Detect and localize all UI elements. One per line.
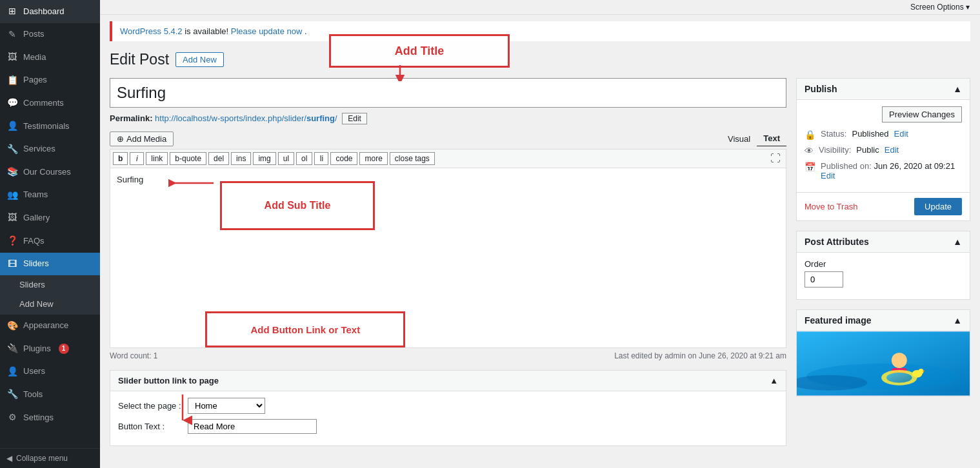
calendar-icon: 📅 <box>805 162 815 172</box>
sidebar-item-label: Posts <box>23 28 45 40</box>
sidebar-item-sliders-list[interactable]: Sliders <box>0 275 100 295</box>
fmt-link[interactable]: link <box>146 152 168 165</box>
post-attributes-content: Order <box>797 253 970 299</box>
fmt-bquote[interactable]: b-quote <box>170 152 206 165</box>
published-value: Jun 26, 2020 at 09:21 <box>874 161 955 171</box>
fmt-code[interactable]: code <box>330 152 357 165</box>
word-count-text: Word count: 1 <box>110 351 158 360</box>
collapse-menu-label: Collapse menu <box>16 454 68 463</box>
notice-middle-text: is available! <box>185 26 231 36</box>
publish-title: Publish <box>805 84 837 94</box>
preview-changes-button[interactable]: Preview Changes <box>882 106 962 122</box>
sidebar-item-comments[interactable]: 💬 Comments <box>0 92 100 115</box>
add-new-button[interactable]: Add New <box>175 52 224 67</box>
sidebar-item-dashboard[interactable]: ⊞ Dashboard <box>0 0 100 23</box>
move-to-trash-link[interactable]: Move to Trash <box>805 202 857 211</box>
sidebar-item-label: Gallery <box>23 212 50 224</box>
slider-section-collapse-icon: ▲ <box>770 376 778 385</box>
fmt-italic[interactable]: i <box>130 152 144 165</box>
sidebar-item-label: Settings <box>23 412 54 424</box>
permalink-edit-button[interactable]: Edit <box>342 113 367 124</box>
sidebar-item-label: Dashboard <box>23 6 65 17</box>
select-page-dropdown[interactable]: Home <box>188 398 265 414</box>
publish-footer: Move to Trash Update <box>797 192 970 220</box>
sidebar-item-gallery[interactable]: 🖼 Gallery <box>0 206 100 229</box>
sidebar-item-appearance[interactable]: 🎨 Appearance <box>0 315 100 338</box>
featured-image-preview[interactable] <box>797 331 970 396</box>
screen-options-label: Screen Options ▾ <box>910 3 970 12</box>
users-icon: 👤 <box>6 366 18 378</box>
collapse-arrow-icon: ◀ <box>6 454 12 463</box>
post-attributes-header: Post Attributes ▲ <box>797 231 970 253</box>
publish-box-header: Publish ▲ <box>797 79 970 100</box>
tab-visual[interactable]: Visual <box>721 131 757 146</box>
slider-section-header[interactable]: Slider button link to page ▲ <box>110 371 786 391</box>
fmt-bold[interactable]: b <box>113 152 128 165</box>
editor-content: Surfing <box>117 175 779 184</box>
add-sub-title-annotation: Add Sub Title <box>220 181 375 230</box>
fmt-img[interactable]: img <box>253 152 275 165</box>
sidebar-item-label: Users <box>23 366 45 377</box>
editor-area[interactable]: Surfing Add Sub Title <box>110 168 786 348</box>
sidebar-item-faqs[interactable]: ❓ FAQs <box>0 229 100 253</box>
post-title-input[interactable] <box>110 78 786 108</box>
select-page-label: Select the page : <box>118 401 183 411</box>
svg-point-6 <box>892 353 907 368</box>
faqs-icon: ❓ <box>6 235 18 248</box>
button-text-row: Button Text : <box>118 419 778 434</box>
fmt-more[interactable]: more <box>359 152 387 165</box>
status-icon: 🔒 <box>805 130 815 140</box>
sliders-icon: 🎞 <box>6 258 18 271</box>
update-now-link[interactable]: Please update now <box>231 26 303 36</box>
update-button[interactable]: Update <box>914 198 962 215</box>
sidebar-item-label: Sliders <box>23 258 49 269</box>
status-label: Status: <box>821 129 846 139</box>
sliders-add-new-label: Add New <box>19 298 54 310</box>
permalink-row: Permalink: http://localhost/w-sports/ind… <box>110 113 786 124</box>
order-label: Order <box>805 259 962 269</box>
sidebar-item-label: Comments <box>23 97 64 109</box>
collapse-menu[interactable]: ◀ Collapse menu <box>0 448 100 468</box>
sliders-list-label: Sliders <box>19 279 45 291</box>
sidebar-item-services[interactable]: 🔧 Services <box>0 138 100 161</box>
add-media-button[interactable]: ⊕ Add Media <box>110 132 174 146</box>
sidebar-item-tools[interactable]: 🔧 Tools <box>0 383 100 406</box>
order-input[interactable] <box>805 271 843 288</box>
fmt-close-tags[interactable]: close tags <box>390 152 435 165</box>
button-text-input[interactable] <box>188 419 317 434</box>
fmt-ul[interactable]: ul <box>278 152 294 165</box>
sidebar-item-sliders-add-new[interactable]: Add New <box>0 295 100 314</box>
fmt-ol[interactable]: ol <box>296 152 312 165</box>
fmt-li[interactable]: li <box>314 152 328 165</box>
select-page-row: Select the page : Home <box>118 398 778 414</box>
publish-collapse-icon: ▲ <box>953 84 962 94</box>
media-icon: 🖼 <box>6 51 18 64</box>
screen-options-button[interactable]: Screen Options ▾ <box>906 1 974 13</box>
fmt-ins[interactable]: ins <box>231 152 251 165</box>
fmt-del[interactable]: del <box>208 152 229 165</box>
sidebar-item-sliders[interactable]: 🎞 Sliders <box>0 253 100 276</box>
sidebar-item-pages[interactable]: 📋 Pages <box>0 69 100 92</box>
sliders-submenu: Sliders Add New <box>0 275 100 314</box>
fmt-expand-button[interactable]: ⛶ <box>768 153 783 164</box>
status-edit-link[interactable]: Edit <box>894 129 908 139</box>
visibility-edit-link[interactable]: Edit <box>885 145 899 155</box>
sidebar-item-plugins[interactable]: 🔌 Plugins 1 <box>0 337 100 360</box>
published-edit-link[interactable]: Edit <box>821 171 835 180</box>
sidebar: ⊞ Dashboard ✎ Posts 🖼 Media 📋 Pages 💬 Co… <box>0 0 100 468</box>
editor-main: Add Title Permalink: http://localhost/w-… <box>110 78 786 453</box>
tab-text[interactable]: Text <box>757 131 786 146</box>
permalink-url[interactable]: http://localhost/w-sports/index.php/slid… <box>155 113 337 123</box>
sidebar-item-posts[interactable]: ✎ Posts <box>0 23 100 46</box>
sidebar-item-teams[interactable]: 👥 Teams <box>0 184 100 207</box>
featured-image-title: Featured image <box>805 315 871 326</box>
publish-box: Publish ▲ Preview Changes 🔒 Status: Publ… <box>796 78 970 221</box>
sidebar-item-our-courses[interactable]: 📚 Our Courses <box>0 161 100 184</box>
sidebar-item-media[interactable]: 🖼 Media <box>0 46 100 69</box>
featured-image-collapse-icon: ▲ <box>953 315 962 326</box>
wordpress-version-link[interactable]: WordPress 5.4.2 <box>120 26 183 36</box>
sidebar-item-testimonials[interactable]: 👤 Testimonials <box>0 115 100 138</box>
page-header: Edit Post Add New <box>110 51 970 68</box>
sidebar-item-users[interactable]: 👤 Users <box>0 360 100 384</box>
sidebar-item-settings[interactable]: ⚙ Settings <box>0 406 100 429</box>
